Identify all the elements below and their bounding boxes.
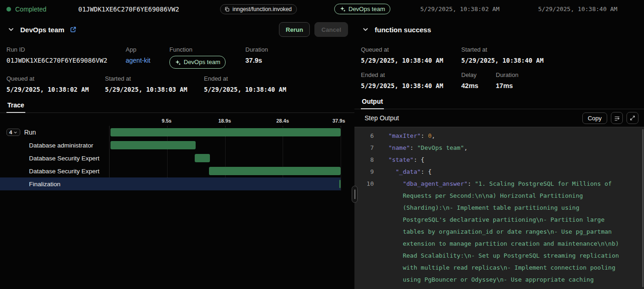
event-badge[interactable]: inngest/function.invoked [220,4,297,14]
panel-resize-handle[interactable] [352,186,358,203]
code-line: 6"maxIter": 0, [354,130,644,142]
step-output-code[interactable]: 6"maxIter": 0,7"name": "DevOps team",8"s… [354,127,644,289]
code-content: "state": { [381,154,644,166]
trace-row[interactable]: Database administrator [0,139,341,152]
run-details-row-2: Queued at 5/29/2025, 10:38:02 AM Started… [0,75,354,94]
run-id-field: Run ID 01JWDK1XE6C270F6YE69086VW2 [6,46,126,69]
step-ended-field: Ended at 5/29/2025, 10:38:40 AM [361,71,461,90]
trace-row-title: Database Security Expert [29,155,99,162]
code-token: : [468,180,475,187]
tick-label: 28.4s [276,118,289,124]
code-token: : [410,144,418,151]
code-token: : [421,132,428,139]
rerun-button[interactable]: Rerun [279,22,310,37]
expand-icon[interactable] [627,112,638,124]
trace-row-label: Database Security Expert [0,168,109,175]
code-token: "_data" [395,168,421,175]
function-badge[interactable]: DevOps team [334,4,390,14]
code-token: , [464,144,468,151]
topbar-started-time: 5/29/2025, 10:38:40 AM [538,0,617,18]
run-panel: DevOps team Rerun Cancel Run ID 01JWDK1X… [0,18,354,289]
trace-row[interactable]: Database Security Expert [0,152,341,165]
ended-label: Ended at [204,75,286,83]
collapse-run-chevron-icon[interactable] [6,25,16,34]
code-token: : { [421,168,431,175]
trace-span-bar[interactable] [110,141,196,149]
code-line: 10"dba_agent_answer": "1. Scaling Postgr… [354,178,644,289]
duration-value: 37.9s [245,56,268,65]
line-number: 8 [354,154,374,166]
external-link-icon[interactable] [69,25,77,34]
code-token: : { [413,156,424,163]
line-number: 7 [354,142,374,154]
code-line: 7"name": "DevOps team", [354,142,644,154]
line-number: 9 [354,166,374,178]
app-link[interactable]: agent-kit [126,57,151,64]
run-status: Completed [6,0,46,18]
chevron-down-icon [13,130,17,135]
app-field: App agent-kit [126,46,169,69]
code-token: 0 [428,132,432,139]
run-title: DevOps team [20,26,64,34]
step-output-header: Step Output Copy [354,109,644,127]
trace-rows: 4RunDatabase administratorDatabase Secur… [0,126,341,190]
trace-row-label: 4Run [0,129,109,136]
vertical-scrollbar[interactable] [642,129,644,287]
trace-span-bar[interactable] [339,180,341,188]
trace-row-label: Finalization [0,181,109,188]
sparkle-icon [175,59,181,65]
tab-trace[interactable]: Trace [6,99,25,113]
code-content: "maxIter": 0, [381,130,644,142]
top-bar: Completed 01JWDK1XE6C270F6YE69086VW2 inn… [0,0,644,18]
run-tabbar: Trace [0,99,354,113]
code-token: "state" [389,156,414,163]
step-output-actions: Copy [582,112,638,124]
trace-row-title: Run [24,129,36,136]
step-panel: function success Queued at 5/29/2025, 10… [354,18,644,289]
step-queued-label: Queued at [361,46,461,53]
trace-row[interactable]: Database Security Expert [0,165,341,177]
copy-output-button[interactable]: Copy [582,112,607,124]
copy-icon [224,6,230,12]
trace-waterfall: 9.5s 18.9s 28.4s 37.9s 4RunDatabase admi… [0,113,354,190]
expand-count-value: 4 [9,130,12,135]
collapse-step-chevron-icon[interactable] [361,25,370,34]
step-details-row-1: Queued at 5/29/2025, 10:38:40 AM Started… [354,46,644,65]
expand-count-button[interactable]: 4 [6,129,20,136]
word-wrap-icon[interactable] [611,112,623,124]
trace-span-bar[interactable] [209,167,341,175]
step-delay-field: Delay 42ms [461,71,496,90]
step-ended-label: Ended at [361,71,461,79]
trace-row[interactable]: Finalization [0,177,341,190]
step-ended-value: 5/29/2025, 10:38:40 AM [361,81,461,90]
trace-span-bar[interactable] [110,128,341,136]
run-actions: Rerun Cancel [279,22,348,37]
event-badge-label: inngest/function.invoked [232,6,292,12]
code-content: "_data": { [381,166,644,178]
cancel-button[interactable]: Cancel [314,22,348,37]
trace-row-label: Database Security Expert [0,155,109,162]
run-details-row-1: Run ID 01JWDK1XE6C270F6YE69086VW2 App ag… [0,46,354,69]
trace-row-label: Database administrator [0,142,109,149]
queued-label: Queued at [6,75,105,83]
topbar-queued-time: 5/29/2025, 10:38:02 AM [420,0,499,18]
trace-row-title: Finalization [29,181,60,188]
queued-field: Queued at 5/29/2025, 10:38:02 AM [6,75,105,94]
started-field: Started at 5/29/2025, 10:38:03 AM [105,75,204,94]
function-value-badge[interactable]: DevOps team [169,56,226,69]
ended-value: 5/29/2025, 10:38:40 AM [204,85,286,94]
topbar-run-id: 01JWDK1XE6C270F6YE69086VW2 [78,0,179,18]
tab-output[interactable]: Output [361,95,384,109]
ended-field: Ended at 5/29/2025, 10:38:40 AM [204,75,286,94]
gridline [341,126,341,190]
run-id-value: 01JWDK1XE6C270F6YE69086VW2 [6,56,126,65]
trace-row[interactable]: 4Run [0,126,341,139]
step-title: function success [375,26,431,34]
line-number: 6 [354,130,374,142]
code-content: "name": "DevOps team", [381,142,644,154]
tick-label: 9.5s [162,118,171,124]
trace-span-bar[interactable] [195,154,210,162]
step-queued-value: 5/29/2025, 10:38:40 AM [361,56,461,65]
topbar-function-badge-wrap: DevOps team [334,4,390,14]
code-content: "dba_agent_answer": "1. Scaling PostgreS… [381,178,644,289]
